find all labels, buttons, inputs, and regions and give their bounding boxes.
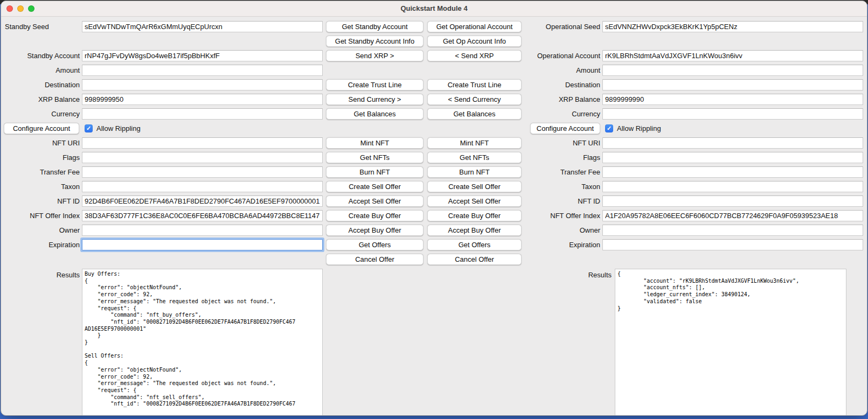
get-op-account-info-button[interactable]: Get Op Account Info [427, 36, 522, 47]
operational-nft-uri-label: NFT URI [521, 139, 600, 147]
standby-nft-id-input[interactable] [82, 195, 323, 207]
standby-accept-sell-offer-button[interactable]: Accept Sell Offer [326, 195, 423, 207]
get-standby-account-button[interactable]: Get Standby Account [326, 21, 423, 32]
standby-nft-id-label: NFT ID [1, 197, 80, 205]
standby-nft-offer-index-input[interactable] [82, 210, 323, 221]
standby-xrp-balance-input[interactable] [82, 94, 323, 105]
operational-cancel-offer-button[interactable]: Cancel Offer [427, 254, 522, 265]
standby-send-xrp-button[interactable]: Send XRP > [326, 50, 423, 61]
standby-seed-label: Standby Seed [1, 23, 80, 31]
standby-configure-account-button[interactable]: Configure Account [4, 123, 79, 134]
standby-currency-input[interactable] [82, 108, 323, 120]
operational-configure-account-button[interactable]: Configure Account [530, 123, 600, 134]
standby-expiration-input[interactable] [82, 239, 323, 250]
operational-get-nfts-button[interactable]: Get NFTs [427, 152, 522, 163]
operational-allow-rippling-label: Allow Rippling [617, 124, 661, 132]
standby-allow-rippling-label: Allow Rippling [96, 124, 141, 132]
operational-destination-input[interactable] [602, 79, 863, 90]
standby-get-nfts-button[interactable]: Get NFTs [326, 152, 423, 163]
standby-create-sell-offer-button[interactable]: Create Sell Offer [326, 181, 423, 192]
app-window: Quickstart Module 4 Standby Seed Standby… [1, 1, 867, 416]
main-content: Standby Seed Standby Account Amount Dest… [1, 17, 867, 415]
standby-get-offers-button[interactable]: Get Offers [326, 239, 423, 250]
standby-seed-input[interactable] [82, 21, 323, 32]
operational-allow-rippling-checkbox[interactable]: ✓ [605, 124, 613, 132]
operational-flags-input[interactable] [602, 152, 863, 163]
standby-amount-label: Amount [1, 66, 80, 74]
standby-create-trust-line-button[interactable]: Create Trust Line [326, 79, 423, 90]
operational-get-offers-button[interactable]: Get Offers [427, 239, 522, 250]
operational-taxon-label: Taxon [521, 183, 600, 191]
operational-destination-label: Destination [521, 81, 600, 89]
standby-account-label: Standby Account [1, 52, 80, 60]
standby-flags-input[interactable] [82, 152, 323, 163]
operational-nft-uri-input[interactable] [602, 137, 863, 149]
standby-xrp-balance-label: XRP Balance [1, 95, 80, 103]
standby-send-currency-button[interactable]: Send Currency > [326, 94, 423, 105]
get-standby-account-info-button[interactable]: Get Standby Account Info [326, 36, 423, 47]
operational-xrp-balance-label: XRP Balance [521, 95, 600, 103]
standby-owner-label: Owner [1, 226, 80, 234]
operational-send-xrp-button[interactable]: < Send XRP [427, 50, 522, 61]
operational-create-trust-line-button[interactable]: Create Trust Line [427, 79, 522, 90]
operational-currency-input[interactable] [602, 108, 863, 120]
standby-mint-nft-button[interactable]: Mint NFT [326, 137, 423, 149]
operational-results-text[interactable]: { "account": "rK9LBRhStdmtAaVdJXGVF1LnKW… [615, 269, 846, 415]
operational-amount-label: Amount [521, 66, 600, 74]
operational-expiration-input[interactable] [602, 239, 863, 250]
get-operational-account-button[interactable]: Get Operational Account [427, 21, 522, 32]
standby-transfer-fee-label: Transfer Fee [1, 168, 80, 176]
standby-results-text[interactable]: Buy Offers: { "error": "objectNotFound",… [82, 269, 323, 415]
operational-flags-label: Flags [521, 153, 600, 162]
operational-seed-label: Operational Seed [521, 23, 600, 31]
standby-currency-label: Currency [1, 110, 80, 118]
operational-create-sell-offer-button[interactable]: Create Sell Offer [427, 181, 522, 192]
standby-nft-uri-input[interactable] [82, 137, 323, 149]
operational-owner-input[interactable] [602, 225, 863, 236]
standby-cancel-offer-button[interactable]: Cancel Offer [326, 254, 423, 265]
operational-mint-nft-button[interactable]: Mint NFT [427, 137, 522, 149]
standby-nft-uri-label: NFT URI [1, 139, 80, 147]
action-buttons-panel: Get Standby AccountGet Operational Accou… [326, 19, 522, 267]
standby-accept-buy-offer-button[interactable]: Accept Buy Offer [326, 225, 423, 236]
operational-results-label: Results [521, 271, 612, 279]
operational-owner-label: Owner [521, 226, 600, 234]
window-title: Quickstart Module 4 [1, 1, 867, 16]
operational-send-currency-button[interactable]: < Send Currency [427, 94, 522, 105]
operational-currency-label: Currency [521, 110, 600, 118]
standby-flags-label: Flags [1, 153, 80, 162]
operational-xrp-balance-input[interactable] [602, 94, 863, 105]
operational-burn-nft-button[interactable]: Burn NFT [427, 166, 522, 178]
standby-results-label: Results [1, 271, 80, 279]
operational-create-buy-offer-button[interactable]: Create Buy Offer [427, 210, 522, 221]
operational-panel: Operational Seed Operational Account Amo… [521, 19, 863, 267]
operational-accept-sell-offer-button[interactable]: Accept Sell Offer [427, 195, 522, 207]
standby-allow-rippling-checkbox[interactable]: ✓ [85, 124, 93, 132]
operational-account-input[interactable] [602, 50, 863, 61]
standby-burn-nft-button[interactable]: Burn NFT [326, 166, 423, 178]
operational-nft-id-label: NFT ID [521, 197, 600, 205]
standby-expiration-label: Expiration [1, 241, 80, 249]
standby-taxon-label: Taxon [1, 183, 80, 191]
operational-seed-input[interactable] [602, 21, 863, 32]
standby-destination-input[interactable] [82, 79, 323, 90]
operational-nft-id-input[interactable] [602, 195, 863, 207]
operational-amount-input[interactable] [602, 65, 863, 76]
standby-transfer-fee-input[interactable] [82, 166, 323, 178]
operational-accept-buy-offer-button[interactable]: Accept Buy Offer [427, 225, 522, 236]
standby-create-buy-offer-button[interactable]: Create Buy Offer [326, 210, 423, 221]
operational-nft-offer-index-input[interactable] [602, 210, 863, 221]
operational-get-balances-button[interactable]: Get Balances [427, 108, 522, 120]
operational-transfer-fee-label: Transfer Fee [521, 168, 600, 176]
titlebar: Quickstart Module 4 [1, 1, 867, 17]
standby-amount-input[interactable] [82, 65, 323, 76]
standby-destination-label: Destination [1, 81, 80, 89]
operational-nft-offer-index-label: NFT Offer Index [521, 212, 600, 220]
standby-owner-input[interactable] [82, 225, 323, 236]
standby-taxon-input[interactable] [82, 181, 323, 192]
standby-get-balances-button[interactable]: Get Balances [326, 108, 423, 120]
standby-nft-offer-index-label: NFT Offer Index [1, 212, 80, 220]
operational-transfer-fee-input[interactable] [602, 166, 863, 178]
standby-account-input[interactable] [82, 50, 323, 61]
operational-taxon-input[interactable] [602, 181, 863, 192]
